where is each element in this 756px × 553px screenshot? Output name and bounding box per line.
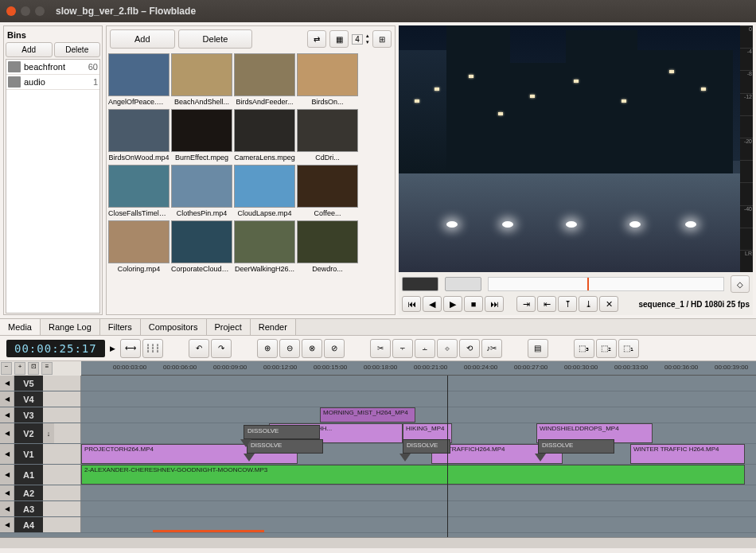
lift-tool[interactable]: ⫠	[415, 339, 435, 358]
tab-media[interactable]: Media	[0, 319, 41, 335]
media-delete-button[interactable]: Delete	[178, 29, 253, 49]
compositor-dissolve[interactable]: DISSOLVE	[538, 439, 614, 454]
preview-scrub-bar[interactable]	[488, 277, 724, 291]
timeline-playhead[interactable]	[447, 376, 448, 537]
goto-in-button[interactable]: ⤒	[558, 296, 577, 312]
redo-button[interactable]: ↷	[211, 339, 232, 358]
zoom-fit-icon[interactable]: ⊡	[28, 362, 39, 375]
track-options-icon[interactable]: ≡	[41, 362, 53, 375]
clip[interactable]: MORNING_MIST_H264_MP4	[320, 407, 415, 423]
scrub-playhead[interactable]	[587, 278, 589, 290]
mute-icon[interactable]: ◀	[0, 423, 14, 443]
monitor-view-button[interactable]	[445, 277, 481, 291]
trim-view-button[interactable]	[402, 277, 438, 291]
media-item[interactable]: BirdsOn...	[297, 53, 358, 107]
mute-icon[interactable]: ◀	[0, 444, 14, 464]
bin-add-button[interactable]: Add	[6, 42, 53, 57]
track-lane[interactable]	[81, 517, 756, 532]
splice-tool[interactable]: ⫟	[392, 339, 413, 358]
media-item[interactable]: BurnEffect.mpeg	[171, 109, 232, 163]
goto-out-button[interactable]: ⤓	[579, 296, 598, 312]
mixer-button[interactable]: ▤	[528, 339, 548, 358]
mute-icon[interactable]: ◀	[0, 465, 14, 485]
media-item[interactable]: CorporateCloudH...	[171, 220, 232, 275]
media-add-button[interactable]: Add	[110, 29, 175, 49]
levels-icon[interactable]: ┆┆┆	[142, 339, 163, 358]
tab-range-log[interactable]: Range Log	[41, 319, 100, 335]
ripple-tool[interactable]: ⟐	[437, 339, 458, 358]
media-item[interactable]: BirdsAndFeeder...	[234, 53, 295, 107]
track-lane[interactable]: 2-ALEXANDER-CHERESHNEV-GOODNIGHT-MOONCOW…	[81, 465, 756, 485]
mark-in-button[interactable]: ⇥	[516, 296, 536, 312]
media-grid[interactable]: AngelOfPeace.mp4BeachAndShell...BirdsAnd…	[107, 52, 395, 314]
play-back-button[interactable]: ◀	[423, 296, 442, 312]
track-lane[interactable]	[81, 501, 756, 516]
append-tool[interactable]: ⊖	[279, 339, 300, 358]
minimize-icon[interactable]	[21, 6, 30, 16]
overwrite-tool[interactable]: ⊗	[302, 339, 322, 358]
mute-icon[interactable]: ◀	[0, 517, 14, 532]
close-icon[interactable]	[6, 6, 16, 16]
render-preset-2[interactable]: ⬚₂	[596, 339, 617, 358]
clip[interactable]: 2-ALEXANDER-CHERESHNEV-GOODNIGHT-MOONCOW…	[81, 465, 745, 485]
cut-tool[interactable]: ✂	[370, 339, 391, 358]
spin-up-icon[interactable]: ▴	[366, 33, 369, 39]
grid-icon[interactable]: ▦	[329, 30, 349, 48]
media-item[interactable]: Dewdro...	[297, 220, 358, 275]
zoom-out-icon[interactable]: −	[1, 362, 12, 375]
render-preset-1[interactable]: ⬚₃	[574, 339, 594, 358]
preview-monitor[interactable]	[399, 25, 740, 272]
mute-icon[interactable]: ◀	[0, 501, 14, 516]
zoom-slider-icon[interactable]: ⟷	[120, 339, 141, 358]
stop-button[interactable]: ■	[464, 296, 483, 312]
compositor-dissolve[interactable]: DISSOLVE	[244, 425, 320, 439]
media-item[interactable]: Coffee...	[297, 165, 358, 219]
media-item[interactable]: CloseFallsTimelap...	[108, 165, 170, 219]
bin-row[interactable]: beachfront 60	[6, 60, 99, 75]
collapse-icon[interactable]: ↓	[43, 423, 54, 443]
compositor-dissolve[interactable]: DISSOLVE	[403, 439, 450, 454]
track-lane[interactable]: MORNING_MIST_H264_MP4	[81, 407, 756, 423]
rewind-button[interactable]: ⏮	[402, 296, 421, 312]
clip[interactable]: WINTER TRAFFIC H264.MP4	[630, 444, 745, 464]
maximize-icon[interactable]	[35, 6, 45, 16]
marker-icon[interactable]: ◇	[731, 275, 750, 293]
columns-spinner[interactable]: 4	[352, 34, 363, 45]
insert-tool[interactable]: ⊕	[257, 339, 278, 358]
split-audio-tool[interactable]: ♪✂	[481, 339, 502, 358]
media-item[interactable]: ClothesPin.mp4	[171, 165, 232, 219]
proxy-icon[interactable]: ⇄	[307, 30, 326, 48]
render-preset-3[interactable]: ⬚₁	[618, 339, 639, 358]
play-button[interactable]: ▶	[443, 296, 462, 312]
compositor-dissolve[interactable]: DISSOLVE	[247, 439, 323, 454]
tab-filters[interactable]: Filters	[100, 319, 141, 335]
track-lane[interactable]	[81, 376, 756, 391]
mute-icon[interactable]: ◀	[0, 391, 14, 407]
mute-icon[interactable]: ◀	[0, 485, 14, 500]
resync-tool[interactable]: ⟲	[459, 339, 480, 358]
forward-button[interactable]: ⏭	[485, 296, 504, 312]
mute-icon[interactable]: ◀	[0, 376, 14, 391]
media-item[interactable]: DeerWalkingH26...	[234, 220, 295, 275]
zoom-in-icon[interactable]: +	[14, 362, 25, 375]
media-item[interactable]: Coloring.mp4	[108, 220, 170, 275]
timeline-scrollbar[interactable]	[0, 537, 756, 548]
tab-project[interactable]: Project	[207, 319, 251, 335]
tab-render[interactable]: Render	[251, 319, 296, 335]
media-item[interactable]: CloudLapse.mp4	[234, 165, 295, 219]
mute-icon[interactable]: ◀	[0, 407, 14, 423]
media-item[interactable]: BeachAndShell...	[171, 53, 232, 107]
spin-down-icon[interactable]: ▾	[366, 39, 369, 45]
track-lane[interactable]	[81, 391, 756, 407]
bin-delete-button[interactable]: Delete	[54, 42, 101, 57]
track-lane[interactable]	[81, 485, 756, 500]
media-item[interactable]: CameraLens.mpeg	[234, 109, 295, 163]
bin-row[interactable]: audio 1	[6, 75, 99, 90]
media-item[interactable]: BirdsOnWood.mp4	[108, 109, 170, 163]
tab-compositors[interactable]: Compositors	[141, 319, 207, 335]
undo-button[interactable]: ↶	[189, 339, 209, 358]
media-item[interactable]: CdDri...	[297, 109, 358, 163]
view-mode-icon[interactable]: ⊞	[372, 30, 392, 48]
mark-out-button[interactable]: ⇤	[537, 296, 556, 312]
timecode-display[interactable]: 00:00:25:17	[6, 340, 105, 357]
